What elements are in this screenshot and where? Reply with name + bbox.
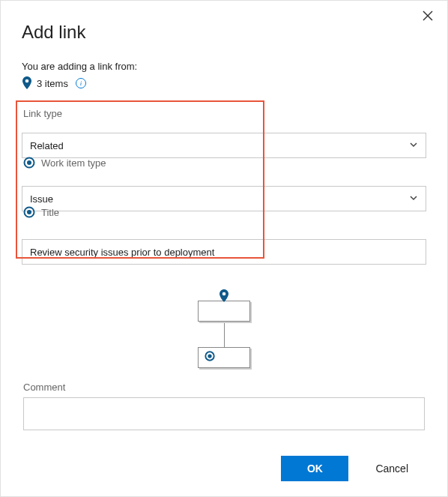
svg-point-4 <box>27 160 31 165</box>
diagram-connector <box>224 322 225 347</box>
title-label: Title <box>23 206 257 218</box>
pin-icon <box>219 289 229 306</box>
highlighted-section: Link type Work item type Title <box>16 100 264 259</box>
comment-group: Comment <box>22 382 426 433</box>
work-item-type-label: Work item type <box>23 157 257 169</box>
ok-button[interactable]: OK <box>281 456 348 481</box>
comment-label: Comment <box>23 382 425 393</box>
info-icon[interactable]: i <box>76 78 86 88</box>
svg-point-2 <box>25 79 29 83</box>
pin-icon <box>22 76 32 90</box>
diagram-target-node <box>198 347 250 368</box>
cancel-button[interactable]: Cancel <box>357 456 426 481</box>
add-link-dialog: Add link You are adding a link from: 3 i… <box>1 1 447 496</box>
dialog-title: Add link <box>22 22 426 43</box>
diagram-source-node <box>198 301 250 322</box>
chevron-down-icon <box>409 193 418 205</box>
adding-link-from-text: You are adding a link from: <box>22 61 426 72</box>
svg-point-7 <box>223 292 226 296</box>
comment-input[interactable] <box>23 397 425 430</box>
close-icon <box>423 10 433 24</box>
link-type-label: Link type <box>23 108 257 119</box>
relationship-diagram <box>22 301 426 368</box>
radio-icon <box>23 206 35 218</box>
dialog-footer: OK Cancel <box>22 444 426 481</box>
radio-icon <box>23 157 35 169</box>
items-count: 3 items <box>37 78 68 89</box>
items-row: 3 items i <box>22 76 426 90</box>
svg-point-9 <box>208 354 211 358</box>
chevron-down-icon <box>409 140 418 151</box>
close-button[interactable] <box>419 8 437 26</box>
svg-point-6 <box>27 210 31 214</box>
radio-icon <box>205 351 215 364</box>
